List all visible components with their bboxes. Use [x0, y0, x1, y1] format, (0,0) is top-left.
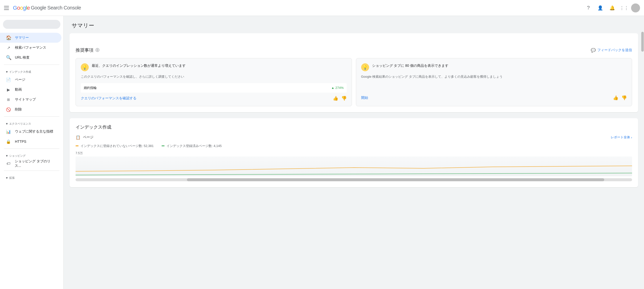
- rec-link-2[interactable]: 開始: [361, 96, 368, 100]
- chart-y-label: 7.5万: [76, 151, 632, 155]
- recommended-help-icon[interactable]: ⓪: [96, 48, 100, 53]
- sidebar-label-search-performance: 検索パフォーマンス: [15, 45, 46, 50]
- help-icon: ?: [587, 5, 590, 11]
- apps-button[interactable]: ⋮⋮: [619, 3, 629, 13]
- rec-actions-2: 👍 👎: [613, 95, 627, 101]
- copy-icon: 📋: [76, 135, 80, 140]
- chart-area: [76, 156, 632, 176]
- collapse-experience-icon[interactable]: ▾: [6, 122, 8, 126]
- section-label-experience: ▾ エクスペリエンス: [0, 119, 64, 127]
- metric-label-1: 婚約指輪: [84, 86, 97, 90]
- indexed-dot: [162, 145, 164, 146]
- user-settings-button[interactable]: 👤: [595, 3, 605, 13]
- nav-divider-2: [4, 116, 60, 117]
- index-card: インデックス作成 📋 ページ レポート全体 › インデックスに登録されていないペ…: [70, 118, 638, 187]
- rec-description-1: このクエリのパフォーマンスを確認し、さらに詳しく調査してください: [81, 74, 347, 79]
- up-arrow-icon: ▲: [331, 86, 334, 90]
- property-selector[interactable]: [3, 20, 60, 29]
- not-indexed-stat: インデックスに登録されていないページ数: 52,381: [76, 144, 154, 148]
- index-stats: インデックスに登録されていないページ数: 52,381 インデックス登録済みペー…: [76, 144, 632, 148]
- sidebar-item-summary[interactable]: 🏠 サマリー: [0, 33, 62, 43]
- report-full-link[interactable]: レポート全体 ›: [611, 135, 632, 140]
- section-label-shopping: ▾ ショッピング: [0, 151, 64, 159]
- sidebar-label-url-inspection: URL 検査: [15, 55, 30, 60]
- nav-divider-1: [4, 64, 60, 65]
- sidebar-item-sitemap[interactable]: ⊞ サイトマップ: [0, 95, 62, 104]
- sidebar-item-removal[interactable]: 🚫 削除: [0, 104, 62, 114]
- trend-icon: ↗: [6, 45, 11, 50]
- collapse-expansion-icon[interactable]: ▾: [6, 176, 8, 180]
- metric-value-1: ▲ 274%: [331, 86, 344, 90]
- avatar[interactable]: [631, 3, 640, 12]
- thumbs-down-2[interactable]: 👎: [622, 95, 627, 101]
- rec-actions-1: 👍 👎: [333, 96, 347, 101]
- topbar-left: Google Google Search Console: [4, 5, 81, 11]
- thumbs-up-2[interactable]: 👍: [613, 95, 618, 101]
- rec-card-1-header: 💡 最近、クエリのインプレッション数が通常より増えています: [81, 63, 347, 71]
- rec-footer-2: 開始 👍 👎: [361, 83, 627, 101]
- rec-title-2: ショッピング タブに 80 個の商品を表示できます: [372, 63, 448, 68]
- section-label-index: ▾ インデックス作成: [0, 67, 64, 75]
- tag-icon: 🏷: [6, 161, 11, 166]
- menu-button[interactable]: [4, 5, 10, 11]
- nav-divider-3: [4, 148, 60, 149]
- bulb-icon-1: 💡: [81, 63, 89, 71]
- topbar: Google Google Search Console ? 👤 🔔 ⋮⋮: [0, 0, 644, 16]
- rec-link-1[interactable]: クエリのパフォーマンスを確認する: [81, 96, 136, 101]
- index-section-row: 📋 ページ レポート全体 ›: [76, 135, 632, 140]
- collapse-index-icon[interactable]: ▾: [6, 70, 8, 74]
- vitals-icon: 📊: [6, 129, 11, 134]
- horizontal-scrollbar[interactable]: [76, 178, 632, 181]
- sidebar-item-url-inspection[interactable]: 🔍 URL 検査: [0, 53, 62, 62]
- rec-card-1: 💡 最近、クエリのインプレッション数が通常より増えています このクエリのパフォー…: [76, 58, 352, 106]
- search-icon: 🔍: [6, 55, 11, 60]
- rec-grid: 💡 最近、クエリのインプレッション数が通常より増えています このクエリのパフォー…: [76, 58, 632, 106]
- rec-card-2: 💡 ショッピング タブに 80 個の商品を表示できます Google 検索結果の…: [356, 58, 632, 106]
- rec-footer-1: クエリのパフォーマンスを確認する 👍 👎: [81, 96, 347, 101]
- section-label-expansion: ▾ 拡張: [0, 173, 64, 181]
- thumbs-down-1[interactable]: 👎: [341, 96, 347, 101]
- vertical-scrollbar[interactable]: [641, 32, 644, 289]
- sitemap-icon: ⊞: [6, 98, 11, 102]
- google-logo: Google Google Search Console: [13, 5, 81, 11]
- collapse-shopping-icon[interactable]: ▾: [6, 154, 8, 158]
- scrollbar-thumb: [187, 178, 604, 181]
- rec-description-2: Google 検索結果のショッピング タブに商品を表示して、より多くの見込み顧客…: [361, 74, 627, 79]
- index-card-header: インデックス作成: [76, 124, 632, 130]
- home-icon: 🏠: [6, 35, 11, 40]
- lock-icon: 🔒: [6, 139, 11, 144]
- sidebar-item-search-performance[interactable]: ↗ 検索パフォーマンス: [0, 43, 62, 53]
- people-icon: 👤: [598, 5, 603, 11]
- thumbs-up-1[interactable]: 👍: [333, 96, 338, 101]
- recommended-card: 推奨事項 ⓪ 💬 フィードバックを送信 💡 最近、クエリのインプレッション数が通…: [70, 41, 638, 112]
- feedback-link[interactable]: 💬 フィードバックを送信: [591, 48, 632, 53]
- sidebar-item-shopping-tab[interactable]: 🏷 ショッピング タブのリス...: [0, 159, 62, 169]
- feedback-icon: 💬: [591, 48, 596, 53]
- sidebar-item-https[interactable]: 🔒 HTTPS: [0, 137, 62, 146]
- topbar-right: ? 👤 🔔 ⋮⋮: [583, 3, 640, 13]
- not-indexed-dot: [76, 145, 78, 146]
- page-icon: 📄: [6, 77, 11, 82]
- sidebar-label-summary: サマリー: [15, 35, 29, 40]
- rec-card-2-header: 💡 ショッピング タブに 80 個の商品を表示できます: [361, 63, 627, 71]
- recommended-title: 推奨事項 ⓪: [76, 47, 100, 53]
- indexed-stat: インデックス登録済みページ数: 4,145: [162, 144, 222, 148]
- video-icon: ▶: [6, 87, 11, 92]
- sidebar-item-core-web-vitals[interactable]: 📊 ウェブに関する主な指標: [0, 127, 62, 137]
- sidebar: 🏠 サマリー ↗ 検索パフォーマンス 🔍 URL 検査 ▾ インデックス作成 📄…: [0, 16, 64, 289]
- page-title: サマリー: [64, 16, 644, 33]
- index-page-label: 📋 ページ: [76, 135, 94, 140]
- bell-icon: 🔔: [610, 5, 615, 11]
- apps-grid-icon: ⋮⋮: [620, 5, 628, 11]
- content-area: サマリー 推奨事項 ⓪ 💬 フィードバックを送信 💡: [64, 16, 644, 289]
- removal-icon: 🚫: [6, 107, 11, 112]
- sidebar-item-pages[interactable]: 📄 ページ: [0, 75, 62, 85]
- help-button[interactable]: ?: [583, 3, 593, 13]
- notifications-button[interactable]: 🔔: [607, 3, 617, 13]
- nav-divider-4: [4, 171, 60, 171]
- rec-title-1: 最近、クエリのインプレッション数が通常より増えています: [92, 63, 186, 68]
- app-name: Google Search Console: [31, 5, 81, 11]
- sidebar-item-video[interactable]: ▶ 動画: [0, 85, 62, 95]
- main-layout: 🏠 サマリー ↗ 検索パフォーマンス 🔍 URL 検査 ▾ インデックス作成 📄…: [0, 16, 644, 289]
- recommended-card-header: 推奨事項 ⓪ 💬 フィードバックを送信: [76, 47, 632, 53]
